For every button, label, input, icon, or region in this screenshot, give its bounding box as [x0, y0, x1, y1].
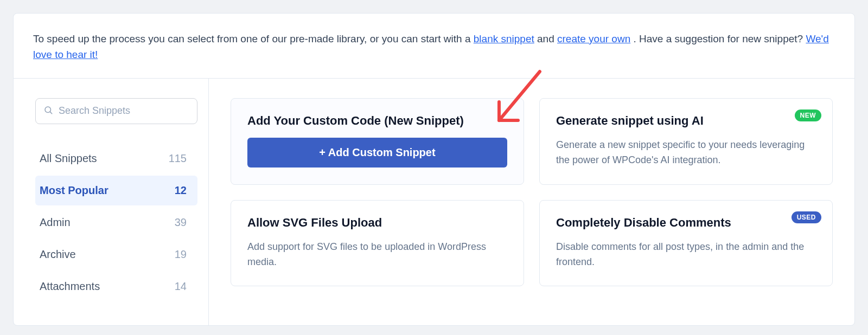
tile-svg-upload[interactable]: Allow SVG Files Upload Add support for S…: [231, 200, 524, 287]
sidebar-item-count: 19: [175, 248, 187, 261]
main-content: Add Your Custom Code (New Snippet) + Add…: [209, 79, 854, 325]
tile-generate-ai[interactable]: NEW Generate snippet using AI Generate a…: [539, 98, 833, 185]
sidebar-item-count: 14: [175, 280, 187, 293]
intro-mid2: . Have a suggestion for new snippet?: [633, 33, 806, 44]
tile-title: Add Your Custom Code (New Snippet): [247, 114, 507, 128]
tile-disable-comments[interactable]: USED Completely Disable Comments Disable…: [539, 200, 833, 287]
sidebar-item-attachments[interactable]: Attachments 14: [35, 272, 197, 301]
sidebar-item-count: 12: [175, 184, 187, 197]
sidebar-item-archive[interactable]: Archive 19: [35, 240, 197, 269]
badge-used: USED: [792, 211, 821, 223]
sidebar-item-label: Archive: [40, 248, 76, 261]
sidebar-item-all-snippets[interactable]: All Snippets 115: [35, 144, 197, 173]
link-blank-snippet[interactable]: blank snippet: [474, 33, 534, 44]
tile-title: Allow SVG Files Upload: [247, 216, 507, 230]
sidebar-item-label: Most Popular: [40, 184, 108, 197]
intro-text: To speed up the process you can select f…: [14, 14, 854, 78]
intro-pre: To speed up the process you can select f…: [33, 33, 474, 44]
body-row: All Snippets 115 Most Popular 12 Admin 3…: [14, 78, 854, 325]
link-create-your-own[interactable]: create your own: [557, 33, 630, 44]
nav-list: All Snippets 115 Most Popular 12 Admin 3…: [35, 144, 197, 304]
sidebar-item-count: 39: [175, 216, 187, 229]
badge-new: NEW: [795, 109, 822, 121]
tile-desc: Generate a new snippet specific to your …: [556, 138, 816, 168]
tile-desc: Disable comments for all post types, in …: [556, 240, 816, 270]
page-card: To speed up the process you can select f…: [13, 13, 855, 326]
search-input[interactable]: [59, 105, 189, 117]
tile-title: Generate snippet using AI: [556, 114, 816, 128]
sidebar-item-label: Admin: [40, 216, 71, 229]
tile-desc: Add support for SVG files to be uploaded…: [247, 240, 507, 270]
sidebar-item-admin[interactable]: Admin 39: [35, 208, 197, 237]
sidebar-item-most-popular[interactable]: Most Popular 12: [35, 176, 197, 205]
add-custom-snippet-button[interactable]: + Add Custom Snippet: [247, 138, 507, 168]
intro-mid1: and: [537, 33, 557, 44]
tile-grid: Add Your Custom Code (New Snippet) + Add…: [231, 98, 833, 287]
search-wrap[interactable]: [35, 98, 197, 124]
sidebar-item-count: 115: [169, 152, 187, 165]
svg-line-1: [50, 112, 52, 113]
sidebar-item-label: All Snippets: [40, 152, 97, 165]
sidebar: All Snippets 115 Most Popular 12 Admin 3…: [14, 79, 209, 325]
tile-custom-code[interactable]: Add Your Custom Code (New Snippet) + Add…: [231, 98, 524, 185]
tile-title: Completely Disable Comments: [556, 216, 816, 230]
sidebar-item-label: Attachments: [40, 280, 100, 293]
search-icon: [43, 105, 53, 117]
